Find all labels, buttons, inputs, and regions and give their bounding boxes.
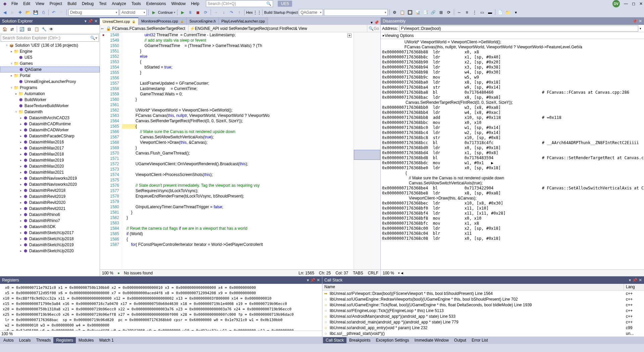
menu-tools[interactable]: Tools [129, 1, 144, 7]
avatar[interactable]: DV [612, 0, 620, 7]
menu-project[interactable]: Project [47, 1, 65, 7]
collapse-icon[interactable]: ⊟ [26, 26, 33, 33]
callstack-row[interactable]: ○libUnreal.so!android_main(android_app *… [322, 319, 644, 325]
tree-item[interactable]: ▸⬢DatasmithSDK [0, 224, 100, 230]
tree-arrow-icon[interactable]: ▸ [19, 213, 23, 216]
undo-icon[interactable]: ↶ [50, 9, 57, 16]
tree-arrow-icon[interactable]: ▸ [19, 140, 23, 144]
callstack-row[interactable]: ○libUnreal.so!AndroidMain(android_app*)(… [322, 313, 644, 319]
tree-item[interactable]: ▸⬢DatasmithRevit2019 [0, 193, 100, 200]
menu-view[interactable]: View [33, 1, 47, 7]
tool-icon-8[interactable]: ⟳ [445, 9, 452, 16]
bottom-tab[interactable]: Threads [33, 337, 53, 343]
tree-arrow-icon[interactable]: ▸ [14, 92, 18, 95]
open-icon[interactable]: 📂 [24, 9, 31, 16]
new-item-icon[interactable]: ✚ [17, 9, 23, 16]
close-panel-icon[interactable]: ✕ [639, 19, 642, 24]
registers-content[interactable]: x0 = 0x000000711e7921c0 x1 = 0x000000750… [0, 284, 322, 331]
tree-arrow-icon[interactable]: ▸ [19, 207, 23, 210]
tree-item[interactable]: ▸⬢DatasmithMax2018 [0, 151, 100, 157]
tool-icon-13[interactable]: ▬ [487, 9, 493, 16]
callstack-row[interactable]: ○libUnreal.so!android_app_entry(void * p… [322, 325, 644, 331]
tree-arrow-icon[interactable]: ▿ [14, 110, 18, 114]
bottom-tab[interactable]: Output [451, 337, 469, 343]
tool-icon-12[interactable]: ▭ [479, 9, 486, 16]
pin-icon[interactable]: 📌 [88, 19, 93, 24]
stop-icon[interactable]: ◼ [195, 9, 201, 16]
tree-item[interactable]: ▸⬢DatasmithMax2021 [0, 169, 100, 175]
tool-icon-14[interactable]: 📄 [497, 9, 504, 16]
tree-arrow-icon[interactable]: ▸ [19, 177, 23, 180]
se-search-input[interactable]: Search Solution Explorer (Ctrl+;)🔍▾ [1, 34, 99, 42]
tool-icon-7[interactable]: ⊞ [438, 9, 444, 16]
show-next-icon[interactable]: → [213, 9, 219, 16]
tree-arrow-icon[interactable]: ▸ [19, 189, 23, 192]
close-icon[interactable]: ✕ [639, 1, 643, 6]
tree-item[interactable]: ▸⬢DatasmithArchiCAD23 [0, 115, 100, 121]
callstack-row[interactable]: ➡libUnreal.so!FViewport::Draw(bool)(FSce… [322, 291, 644, 296]
tree-item[interactable]: ▸⬢DatasmithCADRuntime [0, 121, 100, 127]
menu-analyze[interactable]: Analyze [109, 1, 129, 7]
continue-icon[interactable]: ▶ [150, 9, 157, 16]
tree-arrow-icon[interactable]: ▸ [19, 146, 23, 150]
tab-dropdown-icon[interactable]: ▾ [371, 20, 373, 25]
step-out-icon[interactable]: ↑ [236, 9, 243, 16]
callstack-row[interactable]: ○libc.so!__pthread_start(void*)()un... [322, 331, 644, 336]
minimap[interactable] [354, 32, 380, 269]
menu-window[interactable]: Window [169, 1, 189, 7]
tree-arrow-icon[interactable]: ▸ [9, 50, 13, 53]
tree-item[interactable]: ⬢UnrealEngineLauncherProxy [0, 79, 100, 85]
tree-item[interactable]: ▸⬢DatasmithFacadeCSharp [0, 133, 100, 139]
hex-toggle[interactable]: Hex [246, 10, 253, 14]
nav-scope-dropdown[interactable]: 🔒 FCanvas.FCanvas.SetRenderTargetRect [105, 25, 189, 32]
tree-item[interactable]: ⬢BaseTextureBuildWorker [0, 103, 100, 109]
tree-item[interactable]: ▸⬢DatasmithMax2017 [0, 145, 100, 151]
tree-arrow-icon[interactable]: ▸ [19, 201, 23, 204]
pin-icon[interactable]: 📌 [310, 278, 315, 282]
tree-item[interactable]: ▸⬢DatasmithSketchUp2018 [0, 236, 100, 242]
sync-icon[interactable]: 🔄 [18, 26, 25, 33]
disassembly-content[interactable]: UWorld* ViewportWorld = ViewportClient->… [381, 39, 644, 269]
tree-arrow-icon[interactable]: ▸ [19, 237, 23, 240]
tree-arrow-icon[interactable]: ▸ [19, 249, 23, 253]
tree-arrow-icon[interactable]: ▸ [19, 165, 23, 168]
bottom-tab[interactable]: Registers [53, 337, 76, 343]
tree-item[interactable]: ▸⬢DatasmithNavisworks2020 [0, 181, 100, 187]
tree-arrow-icon[interactable]: ▸ [19, 134, 23, 138]
tree-item[interactable]: ⬢UE5 [0, 54, 100, 60]
tool-icon-11[interactable]: ⋮ [471, 9, 478, 16]
pin-icon[interactable]: 📌 [632, 19, 637, 24]
continue-label[interactable]: Continue [158, 10, 173, 14]
tool-icon-16[interactable]: ▾ [513, 9, 519, 16]
tool-icon-9[interactable]: ↔ [456, 9, 463, 16]
dropdown-icon[interactable]: ▾ [85, 19, 87, 24]
step-into-icon[interactable]: ↓ [220, 9, 227, 16]
tool-icon-4[interactable]: 📊 [415, 9, 421, 16]
close-panel-icon[interactable]: ✕ [94, 19, 98, 24]
nav-fwd-icon[interactable]: ▶ [9, 9, 16, 16]
tree-item[interactable]: ▸📁Portal [0, 73, 100, 79]
editor-tab[interactable]: MonitoredProcess.cpp 🔒 [139, 17, 186, 25]
menu-edit[interactable]: Edit [20, 1, 33, 7]
step-over-icon[interactable]: ↷ [228, 9, 235, 16]
tree-arrow-icon[interactable]: ▸ [19, 122, 23, 126]
tree-item[interactable]: ▿📁Datasmith [0, 109, 100, 115]
col-lang[interactable]: Lang [624, 284, 644, 290]
close-panel-icon[interactable]: ✕ [639, 278, 642, 282]
save-all-icon[interactable]: ⎙ [40, 9, 47, 16]
restart-icon[interactable]: ⟳ [202, 9, 209, 16]
bottom-tab[interactable]: Breakpoints [346, 337, 373, 343]
minimize-icon[interactable]: — [624, 1, 628, 6]
tool-icon-5[interactable]: 📑 [422, 9, 429, 16]
config-dropdown[interactable]: Debug [68, 9, 119, 16]
bottom-tab[interactable]: Error List [469, 337, 491, 343]
properties-icon[interactable]: 🔧 [41, 26, 47, 33]
address-input[interactable] [399, 26, 638, 32]
editor-tab[interactable]: UnrealClient.cpp 🔒 [100, 17, 139, 25]
tree-item[interactable]: ⬢QAGame [0, 67, 100, 73]
nav-left-icon[interactable]: ↔ [100, 26, 105, 31]
crlf-indicator[interactable]: CRLF [368, 271, 378, 275]
tool-icon-6[interactable]: 🔗 [430, 9, 437, 16]
tree-item[interactable]: ▸⬢DatasmithSketchUp2017 [0, 230, 100, 236]
tree-item[interactable]: ▸📁Automation [0, 91, 100, 97]
